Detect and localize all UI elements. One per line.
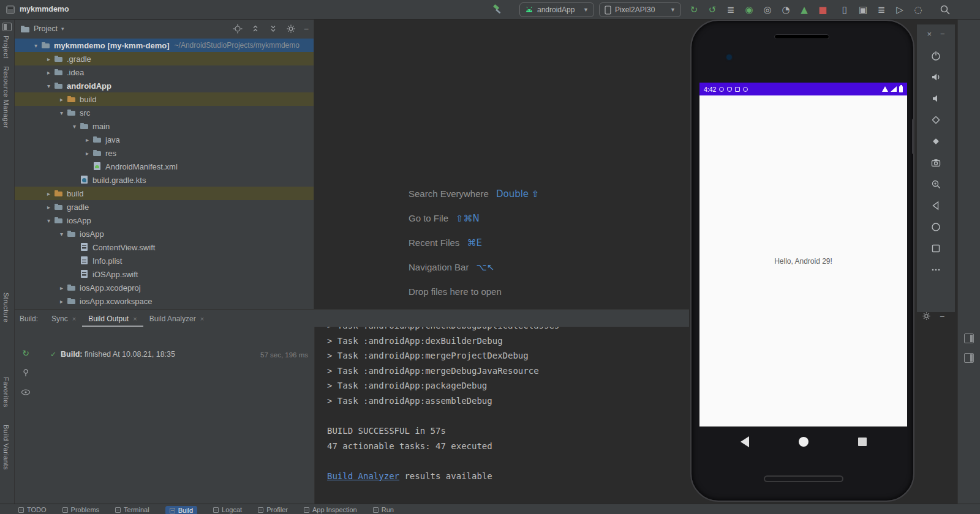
status-bar-item[interactable]: Problems <box>62 506 99 513</box>
close-icon[interactable]: × <box>927 29 932 39</box>
build-status-row[interactable]: ✓ Build: finished At 10.08.21, 18:35 <box>50 350 175 359</box>
build-tab[interactable]: Sync × <box>45 310 82 327</box>
logcat-icon[interactable]: ≣ <box>873 3 889 17</box>
tree-row[interactable]: ▸ build <box>15 92 314 106</box>
expand-all-icon[interactable] <box>251 24 260 34</box>
tree-row[interactable]: ▸ java <box>15 133 314 146</box>
status-bar-item[interactable]: App Inspection <box>304 506 357 513</box>
tree-chevron-icon[interactable] <box>69 258 80 264</box>
tree-chevron-icon[interactable]: ▸ <box>43 204 54 210</box>
tool-window-button[interactable]: Favorites <box>2 377 10 408</box>
tree-chevron-icon[interactable]: ▾ <box>31 42 41 49</box>
nav-home-icon[interactable] <box>799 437 809 447</box>
volume-up-icon[interactable] <box>929 70 943 84</box>
tool-window-button[interactable]: Build Variants <box>2 425 10 470</box>
inspect-eye-icon[interactable] <box>20 387 31 398</box>
tree-row[interactable]: ▾ iosApp <box>15 227 314 240</box>
rerun-activity-icon[interactable]: ↺ <box>704 3 720 17</box>
build-hammer-icon[interactable] <box>491 4 503 16</box>
tree-chevron-icon[interactable]: ▸ <box>43 56 54 62</box>
tree-chevron-icon[interactable]: ▾ <box>43 217 54 224</box>
sync-project-icon[interactable]: ◌ <box>910 3 926 17</box>
nav-back-icon[interactable] <box>741 436 749 447</box>
tree-chevron-icon[interactable] <box>69 177 80 184</box>
device-manager-icon[interactable]: ▯ <box>837 3 853 17</box>
tree-row[interactable]: iOSApp.swift <box>15 267 314 281</box>
back-icon[interactable] <box>929 199 943 212</box>
status-bar-item[interactable]: Build <box>165 506 197 514</box>
tree-chevron-icon[interactable]: ▾ <box>56 110 67 116</box>
tool-window-button[interactable]: Resource Manager <box>2 66 10 128</box>
build-tab[interactable]: Build Analyzer × <box>143 310 210 327</box>
tree-row[interactable]: ▸ res <box>15 146 314 160</box>
tree-row[interactable]: ContentView.swift <box>15 240 314 254</box>
pin-icon[interactable] <box>20 367 31 378</box>
tree-row[interactable]: ▸ gradle <box>15 200 314 214</box>
rotate-right-icon[interactable] <box>929 135 943 148</box>
tree-chevron-icon[interactable]: ▾ <box>56 231 67 237</box>
tree-chevron-icon[interactable]: ▸ <box>43 69 54 76</box>
attach-debugger-icon[interactable]: ◎ <box>760 3 775 17</box>
tree-row[interactable]: ▸ .idea <box>15 65 314 79</box>
chevron-down-icon[interactable]: ▾ <box>61 26 64 32</box>
tree-chevron-icon[interactable]: ▸ <box>43 190 54 197</box>
status-bar-item[interactable]: Terminal <box>115 506 149 513</box>
profile-icon[interactable]: ◔ <box>778 3 794 17</box>
tool-window-button[interactable]: Project <box>2 35 10 59</box>
debug-icon[interactable]: ◉ <box>741 3 757 17</box>
tree-chevron-icon[interactable]: ▸ <box>82 136 92 143</box>
tree-row[interactable]: ▸ .gradle <box>15 52 314 65</box>
rerun-build-icon[interactable]: ↻ <box>20 348 31 359</box>
hide-panel-icon[interactable]: − <box>940 312 944 321</box>
hide-panel-icon[interactable]: − <box>304 24 309 33</box>
tree-chevron-icon[interactable]: ▸ <box>82 150 92 157</box>
tree-chevron-icon[interactable]: ▸ <box>56 298 67 305</box>
power-icon[interactable] <box>929 49 943 62</box>
settings-gear-icon[interactable] <box>922 311 931 321</box>
status-bar-item[interactable]: TODO <box>18 506 47 513</box>
layout-inspector-icon[interactable]: ▣ <box>855 3 871 17</box>
volume-down-icon[interactable] <box>929 92 943 105</box>
zoom-icon[interactable] <box>929 177 943 191</box>
run-config-select[interactable]: androidApp ▼ <box>519 2 594 17</box>
collapse-all-icon[interactable] <box>268 24 278 34</box>
build-tab[interactable]: Build Output × <box>82 310 143 327</box>
device-select[interactable]: Pixel2API30 ▼ <box>599 2 681 17</box>
apply-changes-icon[interactable]: ↻ <box>686 3 702 17</box>
search-everywhere-icon[interactable] <box>940 4 952 17</box>
tree-row[interactable]: ▸ build <box>15 187 314 200</box>
device-mirror-icon[interactable]: ▷ <box>892 3 908 17</box>
camera-icon[interactable] <box>929 156 943 169</box>
tree-row[interactable]: ▾ iosApp <box>15 214 314 227</box>
status-bar-item[interactable]: Logcat <box>213 506 242 513</box>
tree-row[interactable]: Info.plist <box>15 254 314 267</box>
tree-row[interactable]: ▸ iosApp.xcworkspace <box>15 294 314 308</box>
home-icon[interactable] <box>929 220 943 234</box>
tree-chevron-icon[interactable] <box>69 244 80 251</box>
run-configurations-icon[interactable]: ≣ <box>723 3 739 17</box>
tree-row[interactable]: ▸ iosApp.xcodeproj <box>15 281 314 294</box>
tree-chevron-icon[interactable] <box>82 163 92 170</box>
build-analyzer-link[interactable]: Build Analyzer <box>327 471 399 481</box>
project-tool-icon[interactable] <box>2 23 12 31</box>
tree-row[interactable]: AndroidManifest.xml <box>15 160 314 173</box>
device-manager-tool-button[interactable] <box>964 353 974 363</box>
project-view-title[interactable]: Project <box>34 24 58 33</box>
stop-icon[interactable]: ■ <box>815 3 831 17</box>
close-tab-icon[interactable]: × <box>200 315 204 323</box>
tree-chevron-icon[interactable]: ▾ <box>69 123 80 130</box>
tree-chevron-icon[interactable]: ▾ <box>43 83 54 89</box>
tree-chevron-icon[interactable] <box>69 271 80 278</box>
tree-chevron-icon[interactable]: ▸ <box>56 96 67 103</box>
nav-overview-icon[interactable] <box>858 438 867 446</box>
status-bar-item[interactable]: Profiler <box>258 506 288 513</box>
locate-file-icon[interactable] <box>233 24 243 34</box>
record-icon[interactable]: ▲ <box>796 3 812 17</box>
emulator-screen[interactable]: 4:42 Hello, Android 29! <box>699 83 907 426</box>
tree-chevron-icon[interactable]: ▸ <box>56 285 67 291</box>
close-tab-icon[interactable]: × <box>72 315 76 323</box>
tree-row[interactable]: ▾ main <box>15 119 314 133</box>
close-tab-icon[interactable]: × <box>133 315 137 323</box>
tree-row[interactable]: ▾ androidApp <box>15 79 314 92</box>
tree-row[interactable]: ▾ mykmmdemo [my-kmm-demo] ~/AndroidStudi… <box>15 39 314 52</box>
